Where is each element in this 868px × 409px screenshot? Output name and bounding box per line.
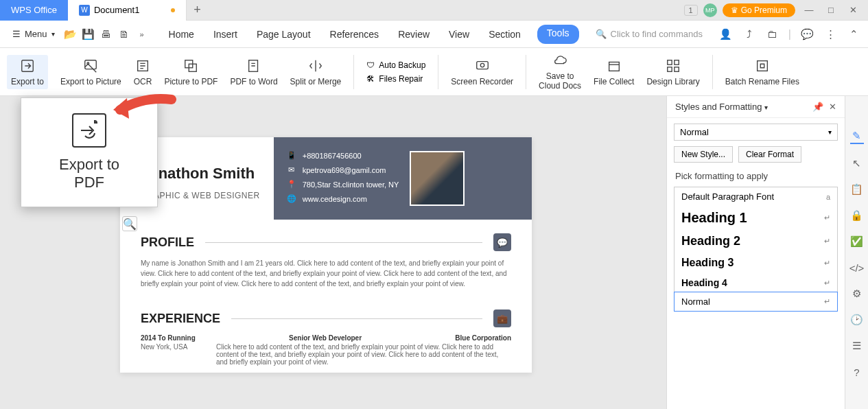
more-qat-icon[interactable]: »	[134, 27, 150, 42]
pdf-to-word-label: PDF to Word	[230, 77, 277, 86]
style-item-default[interactable]: Default Paragraph Fonta	[675, 187, 837, 206]
print-preview-icon[interactable]: 🗎	[117, 27, 132, 42]
rail-help-icon[interactable]: ?	[850, 365, 864, 379]
rail-settings-icon[interactable]: ⚙	[850, 287, 864, 301]
rail-code-icon[interactable]: </>	[850, 261, 864, 274]
pdf-to-word-button[interactable]: PDF to Word	[230, 58, 277, 86]
exp-location: New York, USA	[141, 343, 209, 366]
chevron-down-icon: ▾	[51, 30, 55, 38]
clear-format-button[interactable]: Clear Format	[738, 146, 801, 163]
go-premium-button[interactable]: ♛ Go Premium	[723, 3, 795, 17]
open-file-icon[interactable]: 📂	[63, 27, 78, 42]
resume-role: GRAPHIC & WEB DESIGNER	[141, 191, 260, 200]
style-item-heading3[interactable]: Heading 3↵	[675, 253, 837, 273]
style-item-heading2[interactable]: Heading 2↵	[675, 230, 837, 253]
rail-list-icon[interactable]: ☰	[850, 339, 864, 353]
svg-rect-10	[668, 60, 672, 64]
rail-select-icon[interactable]: ↖	[850, 156, 864, 170]
design-library-button[interactable]: Design Library	[646, 58, 699, 86]
minimize-button[interactable]: —	[801, 2, 817, 19]
tab-view[interactable]: View	[446, 25, 472, 44]
cloud-icon	[552, 53, 568, 69]
experience-badge-icon: 💼	[493, 309, 511, 327]
save-icon[interactable]: 💾	[81, 27, 96, 42]
folder-icon[interactable]: 🗀	[765, 27, 780, 42]
picture-pdf-icon	[183, 58, 199, 74]
collapse-ribbon-icon[interactable]: ⌃	[846, 27, 861, 42]
close-panel-icon[interactable]: ✕	[829, 102, 836, 112]
current-style-label: Normal	[680, 127, 709, 137]
notification-badge[interactable]: 1	[684, 5, 698, 16]
current-style-select[interactable]: Normal ▾	[674, 124, 838, 141]
upload-icon[interactable]: ⤴	[742, 27, 757, 42]
rail-lock-icon[interactable]: 🔒	[850, 209, 864, 222]
svg-rect-11	[675, 60, 679, 64]
screen-recorder-button[interactable]: Screen Recorder	[451, 58, 513, 86]
maximize-button[interactable]: □	[823, 2, 839, 19]
tab-review[interactable]: Review	[395, 25, 432, 44]
new-style-button[interactable]: New Style...	[674, 146, 733, 163]
experience-title: EXPERIENCE	[141, 312, 220, 326]
styles-panel-title: Styles and Formatting ▾	[675, 102, 768, 112]
split-merge-button[interactable]: Split or Merge	[290, 58, 342, 86]
style-item-heading4[interactable]: Heading 4↵	[675, 273, 837, 292]
ocr-label: OCR	[134, 77, 152, 86]
more-menu-icon[interactable]: ⋮	[823, 27, 838, 42]
auto-backup-button[interactable]: 🛡 Auto Backup	[366, 60, 425, 70]
ocr-button[interactable]: OCR	[134, 58, 152, 86]
chevron-down-icon[interactable]: ▾	[764, 104, 768, 111]
backup-icon: 🛡	[366, 60, 375, 70]
pin-icon[interactable]: 📌	[812, 102, 823, 112]
style-item-normal[interactable]: Normal↵	[674, 292, 838, 312]
picture-to-pdf-button[interactable]: Picture to PDF	[164, 58, 218, 86]
save-cloud-l2: Cloud Docs	[539, 81, 581, 91]
hamburger-icon: ☰	[12, 29, 21, 39]
email-icon: ✉	[288, 165, 296, 174]
tab-references[interactable]: References	[327, 25, 382, 44]
batch-rename-button[interactable]: Batch Rename Files	[725, 58, 799, 86]
document-tab[interactable]: W Document1	[68, 0, 187, 21]
tab-insert[interactable]: Insert	[211, 25, 240, 44]
rail-history-icon[interactable]: 🕑	[850, 313, 864, 327]
unsaved-indicator-icon	[171, 8, 175, 12]
tab-page-layout[interactable]: Page Layout	[254, 25, 314, 44]
globe-icon: 🌐	[288, 194, 296, 203]
export-to-picture-button[interactable]: Export to Picture	[60, 58, 121, 86]
picture-icon	[82, 58, 99, 74]
files-repair-button[interactable]: 🛠 Files Repair	[366, 74, 425, 84]
export-to-button[interactable]: Export to	[7, 55, 48, 89]
main-menu-button[interactable]: ☰ Menu ▾	[7, 26, 60, 42]
repair-icon: 🛠	[366, 74, 375, 84]
recorder-icon	[474, 58, 491, 74]
svg-rect-13	[675, 67, 679, 71]
style-item-heading1[interactable]: Heading 1↵	[675, 206, 837, 230]
tab-tools[interactable]: Tools	[537, 25, 579, 44]
tab-section[interactable]: Section	[486, 25, 524, 44]
rail-clipboard-icon[interactable]: 📋	[850, 183, 864, 196]
share-icon[interactable]: 👤	[718, 27, 734, 42]
new-tab-button[interactable]: +	[187, 3, 207, 17]
export-picture-label: Export to Picture	[60, 77, 121, 86]
find-replace-button[interactable]: 🔍	[122, 216, 137, 231]
split-merge-label: Split or Merge	[290, 77, 342, 86]
svg-point-8	[480, 63, 484, 67]
file-collect-button[interactable]: File Collect	[594, 58, 634, 86]
close-button[interactable]: ✕	[845, 2, 861, 19]
comment-icon[interactable]: 💬	[799, 27, 814, 42]
profile-badge-icon: 💬	[493, 233, 511, 251]
print-icon[interactable]: 🖶	[99, 27, 114, 42]
tab-home[interactable]: Home	[166, 25, 197, 44]
menu-tabs: Home Insert Page Layout References Revie…	[166, 25, 579, 44]
user-avatar[interactable]: MP	[703, 3, 717, 17]
resume-phone: +8801867456600	[303, 152, 362, 160]
wps-tab[interactable]: WPS Office	[0, 0, 68, 21]
document-page[interactable]: Jonathon Smith GRAPHIC & WEB DESIGNER 📱+…	[120, 137, 532, 373]
command-search[interactable]: 🔍 Click to find commands	[596, 29, 703, 39]
chevron-down-icon: ▾	[828, 128, 832, 136]
rail-edit-icon[interactable]: ✎	[850, 130, 864, 144]
rail-review-icon[interactable]: ✅	[850, 235, 864, 248]
svg-rect-12	[668, 67, 672, 71]
save-cloud-button[interactable]: Save toCloud Docs	[539, 53, 581, 90]
resume-contact-block: 📱+8801867456600 ✉kpetrova698@gamil.com 📍…	[274, 137, 532, 220]
exp-role: Senior Web Developer	[289, 334, 362, 342]
